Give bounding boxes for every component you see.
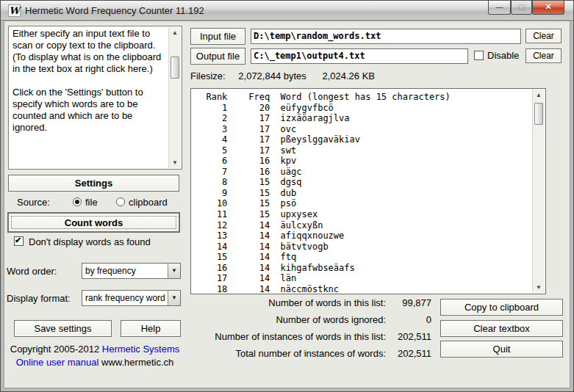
disable-checkbox[interactable] [474, 51, 484, 60]
stat-row: Number of words in this list: 99,877 [158, 297, 431, 309]
quit-button[interactable]: Quit [440, 341, 563, 357]
word-list-scrollbar[interactable]: ▲ ▼ [532, 90, 545, 293]
count-words-label: Count words [65, 217, 123, 228]
online-manual-link[interactable]: Online user manual [16, 357, 99, 368]
instructions-scrollbar[interactable]: ▲ ▼ [168, 27, 181, 168]
output-file-field[interactable]: C:\_temp1\output4.txt [251, 48, 468, 64]
dont-display-checkbox-label[interactable]: Don't display words as found [29, 236, 151, 247]
scroll-down-icon[interactable]: ▼ [533, 282, 545, 293]
copy-to-clipboard-button[interactable]: Copy to clipboard [440, 299, 563, 316]
stat-value: 202,511 [386, 331, 431, 343]
close-button[interactable]: ✕ [532, 1, 564, 15]
output-clear-button[interactable]: Clear [525, 48, 562, 63]
instructions-text: Either specify an input text file to sca… [9, 26, 168, 169]
stat-label: Number of words ignored: [276, 314, 386, 326]
stat-value: 99,877 [386, 297, 431, 309]
filesize-kb: 2,024.26 KB [322, 70, 375, 81]
stat-value: 0 [386, 314, 431, 326]
chevron-down-icon[interactable]: ▼ [168, 264, 180, 278]
scroll-up-icon[interactable]: ▲ [169, 27, 181, 38]
filesize-label: Filesize: [190, 70, 226, 81]
stat-label: Number of words in this list: [268, 297, 386, 309]
stat-row: Number of words ignored: 0 [158, 314, 431, 326]
word-order-value: by frequency [85, 266, 136, 276]
source-radio-file[interactable] [73, 197, 82, 206]
output-file-button[interactable]: Output file [190, 48, 245, 65]
scroll-up-icon[interactable]: ▲ [533, 90, 545, 101]
settings-button[interactable]: Settings [8, 175, 179, 192]
window-title: Hermetic Word Frequency Counter 11.192 [25, 5, 204, 16]
instructions-textbox[interactable]: Either specify an input text file to sca… [8, 26, 182, 170]
source-radio-file-label[interactable]: file [85, 197, 98, 208]
source-radio-clipboard[interactable] [116, 197, 125, 206]
clear-textbox-button[interactable]: Clear textbox [440, 320, 563, 337]
scrollbar-thumb[interactable] [534, 103, 543, 125]
copyright-text: Copyright 2005-2012 [10, 344, 102, 355]
stat-label: Total number of instances of words: [236, 348, 387, 360]
input-clear-button[interactable]: Clear [525, 29, 562, 43]
stat-row: Total number of instances of words: 202,… [158, 348, 431, 360]
minimize-button[interactable]: — [488, 1, 511, 15]
save-settings-button[interactable]: Save settings [14, 320, 112, 337]
scrollbar-thumb[interactable] [171, 57, 179, 79]
maximize-button[interactable]: ▢ [511, 1, 532, 15]
filesize-bytes: 2,072,844 bytes [238, 70, 306, 81]
stat-label: Number of instances of words in this lis… [215, 331, 386, 343]
stat-row: Number of instances of words in this lis… [158, 331, 431, 343]
app-icon: W [8, 4, 21, 17]
display-format-value: rank frequency word [85, 293, 165, 303]
word-order-select[interactable]: by frequency ▼ [82, 263, 181, 279]
stat-value: 202,511 [386, 348, 431, 360]
count-words-button[interactable]: Count words [8, 213, 179, 232]
title-bar[interactable]: W Hermetic Word Frequency Counter 11.192… [1, 1, 573, 21]
dont-display-checkbox[interactable] [14, 236, 24, 246]
word-list-text: Rank Freq Word (longest has 15 character… [195, 92, 531, 293]
disable-checkbox-label[interactable]: Disable [487, 50, 519, 61]
close-icon: ✕ [533, 1, 564, 13]
manual-line: Online user manual www.hermetic.ch [7, 357, 183, 368]
input-file-field[interactable]: D:\temp\random_words.txt [251, 29, 521, 44]
display-format-label: Display format: [7, 293, 71, 304]
scroll-down-icon[interactable]: ▼ [169, 157, 181, 168]
maximize-icon: ▢ [512, 1, 531, 13]
source-radio-clipboard-label[interactable]: clipboard [129, 197, 168, 208]
filesize-row: Filesize: 2,072,844 bytes 2,024.26 KB [190, 70, 375, 81]
app-window: W Hermetic Word Frequency Counter 11.192… [0, 0, 574, 392]
input-file-button[interactable]: Input file [190, 28, 245, 45]
minimize-icon: — [489, 1, 510, 13]
source-label: Source: [17, 197, 50, 208]
copyright-line: Copyright 2005-2012 Hermetic Systems [7, 344, 183, 355]
word-order-label: Word order: [7, 266, 57, 277]
word-list-textbox[interactable]: Rank Freq Word (longest has 15 character… [190, 88, 546, 294]
